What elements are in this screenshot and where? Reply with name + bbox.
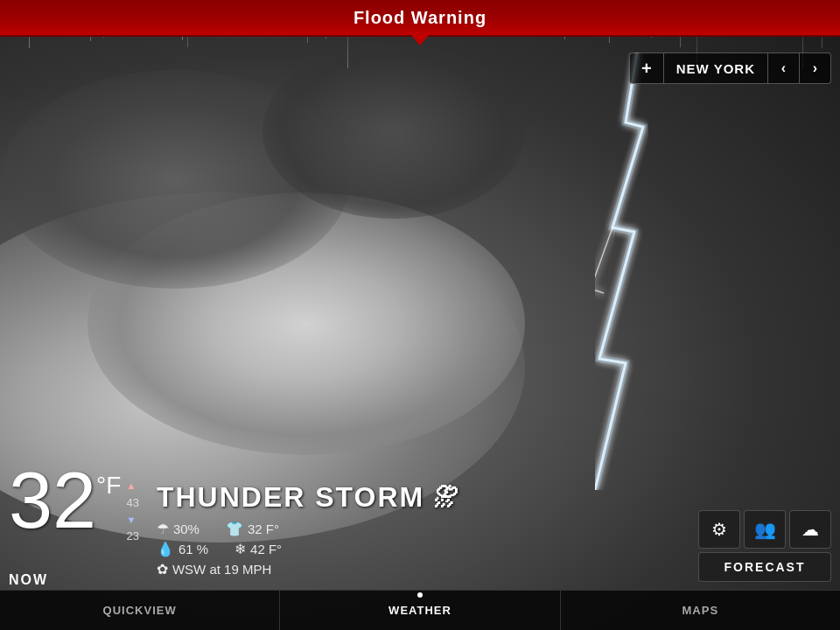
wind-item: ✿ WSW at 19 MPH [157,561,271,578]
humidity-icon: 💧 [157,541,174,557]
nav-weather[interactable]: WEATHER [280,591,560,630]
add-location-button[interactable]: + [629,52,664,84]
nav-weather-label: WEATHER [388,604,452,617]
rain-temp-value: 32 F° [248,522,279,536]
location-bar: + NEW YORK ‹ › [629,52,831,84]
humidity-item: 💧 61 % [157,541,208,557]
prev-location-button[interactable]: ‹ [768,52,800,84]
wind-value: WSW at 19 MPH [172,562,271,577]
precip-chance-item: ☂ 30% [157,521,200,537]
flood-warning-title: Flood Warning [354,8,486,28]
snow-temp-item: ❄ 42 F° [234,541,282,557]
nav-maps-label: MAPS [682,604,719,617]
humidity-value: 61 % [178,542,208,556]
condition-block: THUNDER STORM ⛈ ☂ 30% 👕 32 F° 💧 61 % ❄ 4… [157,481,459,588]
banner-arrow [411,35,429,46]
precip-chance-value: 30% [173,522,200,536]
temperature-value: 32 [9,461,96,540]
location-name: NEW YORK [664,52,768,84]
nav-quickview[interactable]: QUICKVIEW [0,591,280,630]
umbrella-icon: ☂ [157,521,169,537]
temperature-block: 32 °F ▲ 43 ▼ 23 NOW [9,461,139,588]
lo-arrow: ▼ [126,513,138,528]
wind-icon: ✿ [157,561,168,578]
thunderstorm-icon: ⛈ [433,483,459,512]
condition-name: THUNDER STORM ⛈ [157,481,459,514]
snow-temp-value: 42 F° [250,542,282,556]
raindrop-icon: 👕 [226,521,243,537]
bottom-navigation: QUICKVIEW WEATHER MAPS [0,590,840,630]
forecast-button[interactable]: FORECAST [698,552,831,582]
lo-temp: 23 [126,528,138,546]
lightning-bolt [595,52,665,490]
wind-row: ✿ WSW at 19 MPH [157,561,459,578]
condition-text: THUNDER STORM [157,481,424,514]
snow-icon: ❄ [234,541,246,557]
hi-arrow: ▲ [126,479,138,494]
nav-quickview-label: QUICKVIEW [103,604,177,617]
temperature-row: 32 °F ▲ 43 ▼ 23 [9,461,139,570]
forecast-icons-row: ⚙ 👥 ☁ [698,510,831,549]
precip-row: ☂ 30% 👕 32 F° [157,521,459,537]
nav-maps[interactable]: MAPS [561,591,840,630]
humidity-row: 💧 61 % ❄ 42 F° [157,541,459,557]
temperature-unit: °F [96,472,121,500]
active-indicator [417,592,423,598]
weather-panel: 32 °F ▲ 43 ▼ 23 NOW THUNDER STORM ⛈ ☂ 30… [9,461,459,588]
flood-warning-banner[interactable]: Flood Warning [0,0,840,37]
forecast-panel: ⚙ 👥 ☁ FORECAST [698,510,831,582]
next-location-button[interactable]: › [800,52,831,84]
now-label: NOW [9,572,48,588]
cloud-button[interactable]: ☁ [789,510,831,549]
people-button[interactable]: 👥 [744,510,786,549]
rain-temp-item: 👕 32 F° [226,521,279,537]
temperature-hilo: ▲ 43 ▼ 23 [126,479,138,546]
hi-temp: 43 [126,494,138,513]
settings-button[interactable]: ⚙ [698,510,740,549]
